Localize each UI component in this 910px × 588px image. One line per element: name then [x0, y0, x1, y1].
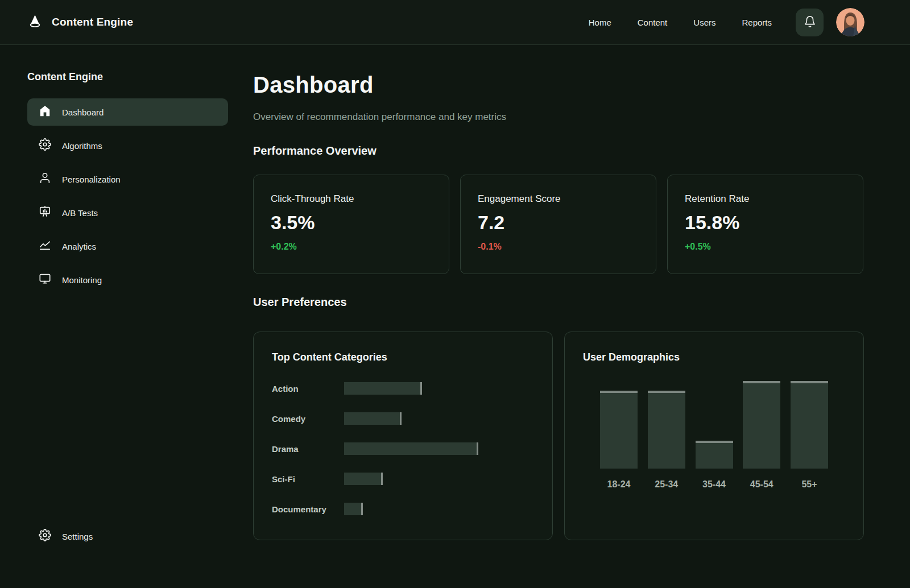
user-avatar[interactable] — [836, 8, 864, 36]
sidebar-item-ab-tests[interactable]: A/B Tests — [27, 199, 228, 226]
category-label: Drama — [272, 444, 344, 454]
metric-label: Click-Through Rate — [271, 193, 432, 205]
demographics-column: 55+ — [791, 378, 828, 490]
sidebar-item-algorithms[interactable]: Algorithms — [27, 132, 228, 159]
category-label: Sci-Fi — [272, 474, 344, 484]
category-row: Documentary — [272, 500, 534, 518]
metric-card-retention: Retention Rate 15.8% +0.5% — [667, 175, 863, 274]
user-demographics-card: User Demographics 18-24 25-34 35-44 — [564, 332, 864, 540]
demographics-column: 18-24 — [600, 378, 638, 490]
line-chart-icon — [39, 239, 51, 254]
metric-label: Engagement Score — [478, 193, 639, 205]
metric-delta: +0.2% — [271, 242, 432, 252]
presentation-chart-icon — [39, 205, 51, 220]
nav-link-home[interactable]: Home — [589, 18, 611, 27]
cone-icon — [27, 14, 43, 31]
nav-link-users[interactable]: Users — [693, 18, 715, 27]
category-bar — [344, 412, 402, 425]
metric-label: Retention Rate — [685, 193, 846, 205]
brand-name: Content Engine — [52, 16, 133, 28]
sidebar-item-dashboard[interactable]: Dashboard — [27, 98, 228, 126]
monitor-icon — [39, 272, 51, 287]
demographics-bar — [791, 381, 828, 469]
demographics-bar — [648, 391, 685, 469]
top-navbar: Content Engine Home Content Users Report… — [0, 0, 910, 45]
metric-delta: +0.5% — [685, 242, 846, 252]
section-performance-overview: Performance Overview — [253, 144, 864, 158]
sidebar-item-label: Settings — [62, 532, 93, 541]
section-user-preferences: User Preferences — [253, 296, 864, 309]
sidebar-item-label: Algorithms — [62, 141, 102, 151]
demographics-column: 45-54 — [743, 378, 780, 490]
sidebar-item-label: Personalization — [62, 175, 121, 184]
demographics-tick-label: 25-34 — [655, 479, 678, 490]
metric-value: 15.8% — [685, 212, 846, 234]
metric-delta: -0.1% — [478, 242, 639, 252]
chart-title: User Demographics — [583, 351, 845, 363]
nav-links: Home Content Users Reports — [589, 18, 772, 27]
user-icon — [39, 172, 51, 187]
top-content-categories-card: Top Content Categories Action Comedy Dra… — [253, 332, 553, 540]
demographics-tick-label: 45-54 — [750, 479, 774, 490]
category-row: Drama — [272, 440, 534, 458]
sidebar-item-label: Analytics — [62, 242, 96, 251]
metric-value: 3.5% — [271, 212, 432, 234]
bell-icon — [804, 15, 816, 30]
category-row: Comedy — [272, 409, 534, 428]
demographics-bars: 18-24 25-34 35-44 45-54 — [583, 378, 845, 490]
page-title: Dashboard — [253, 72, 864, 98]
demographics-tick-label: 35-44 — [702, 479, 726, 490]
chart-title: Top Content Categories — [272, 351, 534, 363]
brand[interactable]: Content Engine — [27, 14, 133, 31]
page-subtitle: Overview of recommendation performance a… — [253, 111, 864, 123]
sidebar-item-settings[interactable]: Settings — [27, 523, 93, 550]
demographics-bar — [696, 441, 733, 469]
gear-icon — [27, 529, 51, 544]
sidebar-item-label: A/B Tests — [62, 208, 98, 218]
category-bars: Action Comedy Drama Sci-Fi — [272, 379, 534, 518]
metric-value: 7.2 — [478, 212, 639, 234]
category-bar — [344, 442, 478, 455]
sidebar-item-label: Monitoring — [62, 275, 102, 285]
category-bar — [344, 503, 363, 515]
category-bar — [344, 473, 383, 485]
category-label: Comedy — [272, 414, 344, 424]
main-content: Dashboard Overview of recommendation per… — [253, 45, 864, 540]
sidebar-item-analytics[interactable]: Analytics — [27, 233, 228, 260]
sidebar-item-personalization[interactable]: Personalization — [27, 165, 228, 193]
notifications-button[interactable] — [796, 9, 824, 36]
category-row: Action — [272, 379, 534, 397]
metric-card-ctr: Click-Through Rate 3.5% +0.2% — [253, 175, 449, 274]
metric-card-engagement: Engagement Score 7.2 -0.1% — [460, 175, 656, 274]
demographics-bar — [743, 381, 780, 469]
demographics-column: 35-44 — [696, 378, 733, 490]
navbar-right: Home Content Users Reports — [589, 8, 864, 36]
sidebar-title: Content Engine — [27, 71, 228, 83]
demographics-tick-label: 18-24 — [607, 479, 631, 490]
sidebar-item-label: Dashboard — [62, 107, 104, 117]
nav-link-reports[interactable]: Reports — [742, 18, 772, 27]
metric-cards: Click-Through Rate 3.5% +0.2% Engagement… — [253, 175, 864, 274]
nav-link-content[interactable]: Content — [638, 18, 668, 27]
chart-cards: Top Content Categories Action Comedy Dra… — [253, 332, 864, 540]
demographics-column: 25-34 — [648, 378, 685, 490]
gear-icon — [39, 138, 51, 153]
home-icon — [39, 105, 51, 119]
app-window: Content Engine Home Content Users Report… — [0, 0, 910, 588]
category-label: Action — [272, 384, 344, 394]
sidebar-items: Dashboard Algorithms P — [27, 98, 228, 293]
sidebar-item-monitoring[interactable]: Monitoring — [27, 266, 228, 293]
category-label: Documentary — [272, 504, 344, 514]
category-bar — [344, 382, 422, 395]
sidebar: Content Engine Dashboard Algorithms — [0, 45, 245, 588]
category-row: Sci-Fi — [272, 470, 534, 488]
demographics-bar — [600, 391, 638, 469]
demographics-tick-label: 55+ — [801, 479, 817, 490]
